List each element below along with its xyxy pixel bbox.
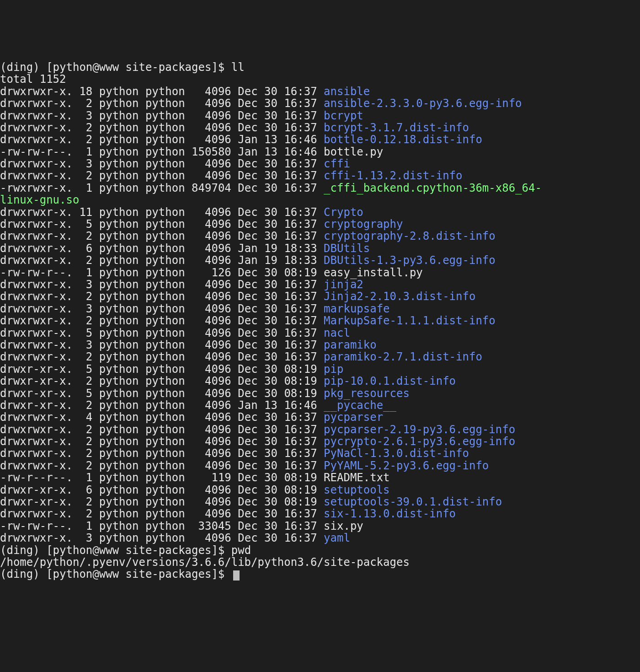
sep	[139, 230, 145, 242]
sep	[231, 471, 238, 484]
sep	[185, 169, 192, 182]
file-size: 4096	[192, 375, 231, 387]
file-name: cffi	[324, 157, 350, 170]
file-group: python	[145, 145, 185, 158]
file-size: 4096	[192, 459, 231, 472]
file-owner: python	[99, 290, 139, 303]
terminal-line: total 1152	[0, 73, 640, 85]
file-link-count: 2	[79, 399, 92, 412]
sep	[92, 484, 99, 496]
file-row: drwxrwxr-x. 3 python python 4096 Dec 30 …	[0, 158, 640, 170]
file-date: Jan 13 16:46	[238, 133, 317, 146]
sep	[231, 484, 238, 496]
sep	[139, 447, 145, 460]
file-link-count: 6	[79, 242, 92, 255]
file-owner: python	[99, 507, 139, 520]
sep	[185, 459, 192, 472]
sep	[185, 157, 192, 170]
sep	[317, 242, 324, 255]
sep	[185, 327, 192, 339]
file-name: __pycache__	[324, 399, 396, 412]
sep	[185, 339, 192, 351]
file-group: python	[145, 302, 185, 315]
sep	[92, 363, 99, 376]
file-size: 4096	[192, 411, 231, 424]
terminal-output[interactable]: (ding) [python@www site-packages]$ lltot…	[0, 60, 640, 581]
sep	[139, 375, 145, 387]
sep	[92, 218, 99, 231]
sep	[139, 290, 145, 303]
sep	[139, 145, 145, 158]
sep	[139, 109, 145, 122]
sep	[317, 350, 324, 363]
file-date: Dec 30 16:37	[238, 532, 317, 544]
sep	[231, 435, 238, 448]
file-size: 4096	[192, 206, 231, 219]
sep	[317, 278, 324, 291]
sep	[185, 290, 192, 303]
sep	[139, 327, 145, 339]
sep	[317, 230, 324, 242]
file-link-count: 2	[79, 423, 92, 436]
prompt-line: (ding) [python@www site-packages]$ pwd	[0, 544, 640, 556]
file-group: python	[145, 182, 185, 194]
file-date: Jan 19 18:33	[238, 254, 317, 267]
file-owner: python	[99, 387, 139, 400]
sep	[139, 182, 145, 194]
file-row: drwxrwxr-x. 2 python python 4096 Dec 30 …	[0, 351, 640, 363]
file-row: drwxrwxr-x. 3 python python 4096 Dec 30 …	[0, 110, 640, 122]
file-size: 4096	[192, 435, 231, 448]
sep	[73, 157, 79, 170]
file-owner: python	[99, 169, 139, 182]
file-size: 4096	[192, 495, 231, 508]
file-group: python	[145, 85, 185, 98]
file-permissions: drwxrwxr-x.	[0, 218, 73, 231]
file-row: drwxrwxr-x. 2 python python 4096 Dec 30 …	[0, 290, 640, 302]
file-permissions: drwxrwxr-x.	[0, 447, 73, 460]
sep	[139, 387, 145, 400]
sep	[185, 109, 192, 122]
sep	[92, 411, 99, 424]
file-group: python	[145, 339, 185, 351]
file-group: python	[145, 109, 185, 122]
file-link-count: 2	[79, 169, 92, 182]
file-size: 4096	[192, 447, 231, 460]
file-size: 4096	[192, 507, 231, 520]
sep	[73, 339, 79, 351]
sep	[92, 254, 99, 267]
sep	[139, 532, 145, 544]
file-name: nacl	[324, 327, 350, 339]
sep	[231, 218, 238, 231]
sep	[92, 532, 99, 544]
file-size: 4096	[192, 254, 231, 267]
sep	[139, 206, 145, 219]
file-date: Dec 30 16:37	[238, 206, 317, 219]
sep	[92, 471, 99, 484]
file-permissions: drwxr-xr-x.	[0, 484, 73, 496]
file-group: python	[145, 484, 185, 496]
sep	[73, 350, 79, 363]
file-size: 4096	[192, 121, 231, 134]
sep	[73, 375, 79, 387]
sep	[139, 435, 145, 448]
sep	[317, 471, 324, 484]
sep	[317, 459, 324, 472]
file-name: pip-10.0.1.dist-info	[324, 375, 456, 387]
cursor[interactable]	[233, 570, 240, 581]
file-row: drwxrwxr-x. 18 python python 4096 Dec 30…	[0, 86, 640, 97]
file-size: 4096	[192, 133, 231, 146]
file-row: drwxrwxr-x. 6 python python 4096 Jan 19 …	[0, 242, 640, 254]
sep	[185, 532, 192, 544]
file-group: python	[145, 169, 185, 182]
sep	[231, 399, 238, 412]
sep	[185, 484, 192, 496]
sep	[73, 327, 79, 339]
sep	[317, 484, 324, 496]
sep	[92, 278, 99, 291]
file-date: Dec 30 16:37	[238, 157, 317, 170]
sep	[73, 495, 79, 508]
file-link-count: 2	[79, 507, 92, 520]
sep	[92, 121, 99, 134]
file-name: bottle-0.12.18.dist-info	[324, 133, 482, 146]
file-date: Dec 30 08:19	[238, 363, 317, 376]
